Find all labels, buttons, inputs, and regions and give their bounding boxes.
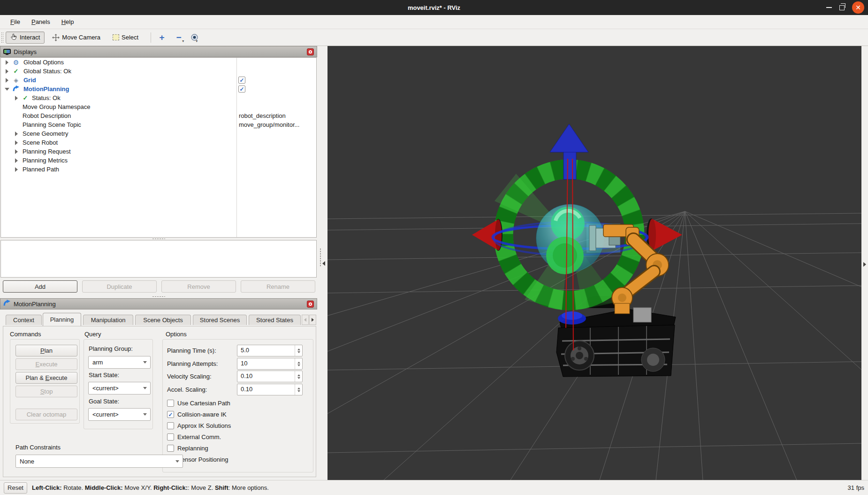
viewport-right-splitter[interactable] bbox=[861, 46, 868, 480]
tab-scroll-right-icon[interactable] bbox=[309, 315, 316, 325]
expander-icon[interactable] bbox=[5, 69, 9, 74]
motion-icon bbox=[3, 300, 11, 309]
check-icon: ✓ bbox=[22, 94, 29, 102]
collision-aware-ik-checkbox[interactable]: Collision-aware IK bbox=[167, 411, 227, 418]
interact-tool-button[interactable]: Interact bbox=[6, 31, 45, 44]
plan-and-execute-button[interactable]: Plan & Execute bbox=[15, 372, 77, 384]
tab-context[interactable]: Context bbox=[6, 315, 42, 325]
expander-icon[interactable] bbox=[14, 149, 19, 154]
displays-monitor-icon bbox=[3, 49, 11, 55]
tree-row-planned-path[interactable]: Planned Path bbox=[1, 165, 316, 174]
rename-display-button[interactable]: Rename bbox=[241, 280, 315, 293]
spinner-arrows-icon[interactable] bbox=[295, 345, 302, 356]
duplicate-display-button[interactable]: Duplicate bbox=[82, 280, 157, 293]
displays-panel-header[interactable]: Displays bbox=[0, 46, 317, 57]
planning-time-spinbox[interactable]: 5.0 bbox=[237, 345, 303, 356]
tree-row-status-ok[interactable]: ✓ Status: Ok bbox=[1, 93, 316, 102]
toolbar-grip[interactable] bbox=[1, 32, 4, 43]
motionplanning-splitter[interactable] bbox=[0, 295, 317, 298]
tab-manipulation[interactable]: Manipulation bbox=[83, 315, 133, 325]
planning-attempts-spinbox[interactable]: 10 bbox=[237, 358, 303, 370]
tree-row-robot-description[interactable]: Robot Description robot_description bbox=[1, 111, 316, 120]
goal-state-combo[interactable]: <current> bbox=[88, 408, 151, 421]
displays-panel-title: Displays bbox=[14, 48, 37, 55]
tab-scene-objects[interactable]: Scene Objects bbox=[135, 315, 191, 325]
splitter-handle[interactable] bbox=[320, 248, 321, 267]
add-display-button[interactable]: Add bbox=[3, 280, 77, 293]
expander-icon[interactable] bbox=[5, 60, 9, 65]
start-state-combo[interactable]: <current> bbox=[88, 382, 151, 394]
move-camera-tool-button[interactable]: Move Camera bbox=[47, 31, 105, 44]
zoom-dropdown-arrow-icon[interactable]: ▾ bbox=[182, 39, 184, 43]
plan-button[interactable]: Plan bbox=[15, 345, 77, 356]
clear-octomap-button[interactable]: Clear octomap bbox=[15, 409, 77, 420]
tree-row-motionplanning[interactable]: MotionPlanning bbox=[1, 85, 316, 93]
accel-scaling-spinbox[interactable]: 0.10 bbox=[237, 384, 303, 395]
expander-icon[interactable] bbox=[14, 140, 19, 145]
3d-viewport[interactable] bbox=[327, 46, 861, 480]
zoom-in-icon[interactable]: + bbox=[156, 32, 168, 43]
spinner-arrows-icon[interactable] bbox=[295, 384, 302, 395]
expander-icon[interactable] bbox=[14, 96, 19, 101]
velocity-scaling-spinbox[interactable]: 0.10 bbox=[237, 371, 303, 382]
tree-row-grid[interactable]: ◈ Grid bbox=[1, 76, 316, 85]
planning-scene-topic-value[interactable]: move_group/monitor... bbox=[239, 121, 299, 128]
grid-icon: ◈ bbox=[12, 77, 20, 84]
collapse-left-icon[interactable] bbox=[322, 261, 325, 266]
spinner-arrows-icon[interactable] bbox=[295, 371, 302, 382]
options-group-label: Options bbox=[166, 331, 187, 338]
tree-row-move-group-namespace[interactable]: Move Group Namespace bbox=[1, 102, 316, 111]
start-state-label: Start State: bbox=[89, 371, 119, 379]
remove-display-button[interactable]: Remove bbox=[161, 280, 236, 293]
expander-icon[interactable] bbox=[14, 131, 19, 136]
planning-group-combo[interactable]: arm bbox=[88, 356, 151, 369]
tab-scroll-left-icon[interactable] bbox=[302, 315, 309, 325]
expander-icon[interactable] bbox=[5, 78, 9, 83]
use-cartesian-path-checkbox[interactable]: Use Cartesian Path bbox=[167, 400, 230, 407]
motionplanning-enabled-checkbox[interactable] bbox=[238, 85, 245, 93]
chevron-down-icon bbox=[140, 361, 150, 364]
tree-row-planning-scene-topic[interactable]: Planning Scene Topic move_group/monitor.… bbox=[1, 120, 316, 129]
stop-button[interactable]: Stop bbox=[15, 386, 77, 397]
query-group-label: Query bbox=[84, 331, 101, 338]
titlebar[interactable]: moveit.rviz* - RViz ✕ bbox=[0, 0, 868, 15]
approx-ik-solutions-checkbox[interactable]: Approx IK Solutions bbox=[167, 422, 231, 429]
menu-panels[interactable]: Panels bbox=[27, 16, 55, 27]
rviz-window: moveit.rviz* - RViz ✕ File Panels Help I… bbox=[0, 0, 868, 495]
motionplanning-panel-header[interactable]: MotionPlanning bbox=[0, 298, 317, 309]
displays-close-icon[interactable] bbox=[307, 48, 314, 55]
expander-icon[interactable] bbox=[14, 167, 19, 172]
viewport-left-splitter[interactable] bbox=[317, 46, 327, 480]
tab-planning[interactable]: Planning bbox=[43, 313, 81, 326]
reset-button[interactable]: Reset bbox=[4, 482, 27, 494]
close-icon[interactable]: ✕ bbox=[852, 1, 864, 14]
replanning-checkbox[interactable]: Replanning bbox=[167, 445, 208, 452]
tab-stored-states[interactable]: Stored States bbox=[249, 315, 301, 325]
base-top-box bbox=[633, 308, 651, 322]
minimize-icon[interactable] bbox=[826, 7, 832, 8]
tree-row-planning-metrics[interactable]: Planning Metrics bbox=[1, 156, 316, 165]
spinner-arrows-icon[interactable] bbox=[295, 358, 302, 369]
external-comm-checkbox[interactable]: External Comm. bbox=[167, 433, 221, 441]
tab-stored-scenes[interactable]: Stored Scenes bbox=[193, 315, 247, 325]
execute-button[interactable]: Execute bbox=[15, 358, 77, 370]
path-constraints-combo[interactable]: None bbox=[15, 455, 183, 468]
expander-icon[interactable] bbox=[5, 87, 9, 92]
restore-icon[interactable] bbox=[839, 5, 845, 10]
tree-row-planning-request[interactable]: Planning Request bbox=[1, 147, 316, 156]
tree-row-global-status[interactable]: ✓ Global Status: Ok bbox=[1, 67, 316, 76]
motionplanning-close-icon[interactable] bbox=[307, 301, 314, 308]
menu-file[interactable]: File bbox=[6, 16, 25, 27]
robot-description-value[interactable]: robot_description bbox=[239, 112, 286, 119]
focus-dropdown-arrow-icon[interactable]: ▾ bbox=[196, 39, 198, 43]
tree-row-global-options[interactable]: ⚙ Global Options bbox=[1, 58, 316, 67]
menu-help[interactable]: Help bbox=[57, 16, 79, 27]
collapse-right-icon[interactable] bbox=[863, 262, 866, 267]
tree-row-scene-geometry[interactable]: Scene Geometry bbox=[1, 129, 316, 138]
tree-row-scene-robot[interactable]: Scene Robot bbox=[1, 138, 316, 147]
toolbar-separator bbox=[151, 32, 151, 43]
motion-icon bbox=[12, 85, 20, 93]
select-tool-button[interactable]: Select bbox=[108, 31, 143, 43]
expander-icon[interactable] bbox=[14, 158, 19, 163]
grid-enabled-checkbox[interactable] bbox=[238, 77, 245, 84]
